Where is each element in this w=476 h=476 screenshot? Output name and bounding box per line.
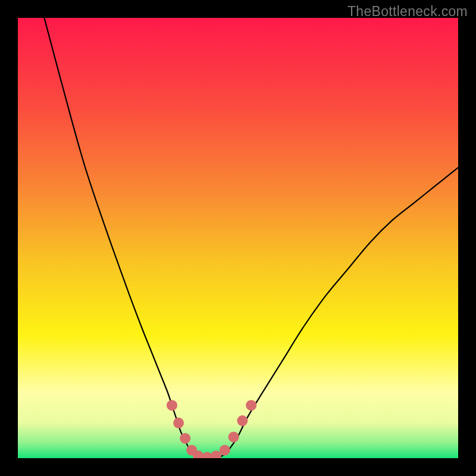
curve-layer <box>18 18 458 458</box>
marker-dot <box>246 400 256 411</box>
marker-dot <box>180 433 190 444</box>
chart-frame: TheBottleneck.com <box>0 0 476 476</box>
plot-area <box>18 18 458 458</box>
curve-left <box>44 18 202 458</box>
marker-dot <box>167 400 177 411</box>
marker-dot <box>237 415 248 426</box>
marker-dot <box>173 418 184 428</box>
watermark-text: TheBottleneck.com <box>347 4 468 20</box>
curve-right <box>216 168 458 458</box>
marker-dot <box>220 445 230 456</box>
marker-dot <box>228 431 239 442</box>
